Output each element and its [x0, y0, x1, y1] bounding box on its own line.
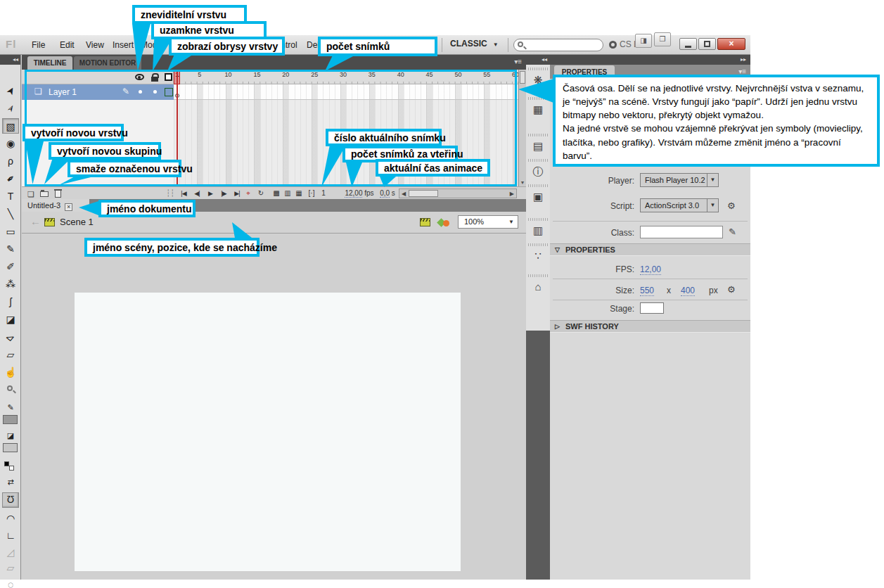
swap-colors-icon[interactable]: ⇄ — [2, 474, 19, 490]
stroke-color-swatch[interactable] — [3, 415, 18, 424]
stage[interactable] — [75, 293, 461, 571]
gripper[interactable] — [528, 134, 548, 136]
scrollbar-thumb[interactable] — [520, 71, 525, 84]
paint-bucket-tool[interactable]: ◪ — [2, 312, 19, 327]
back-icon[interactable]: ← — [30, 215, 41, 227]
wrench-icon[interactable]: ⚙ — [727, 284, 736, 295]
timeline-vertical-scrollbar[interactable]: ▼ — [518, 70, 526, 186]
black-white-icon[interactable] — [9, 466, 14, 471]
fps-value[interactable]: 12,00 — [640, 264, 661, 275]
gripper[interactable]: ┆┆ — [166, 187, 174, 200]
close-document-icon[interactable]: × — [65, 203, 72, 211]
lock-layers-icon[interactable] — [151, 77, 158, 82]
lasso-tool[interactable]: ρ — [2, 153, 19, 169]
snap-to-objects-toggle[interactable]: Ω — [2, 492, 19, 508]
menu-insert[interactable]: Insert — [113, 40, 134, 50]
black-white-icon[interactable] — [4, 461, 9, 466]
center-frame-icon[interactable]: ⌖ — [245, 187, 251, 200]
layer-outline-color-swatch[interactable] — [165, 88, 173, 96]
size-width-value[interactable]: 550 — [640, 286, 654, 296]
section-swf-history[interactable]: ▷ SWF HISTORY — [550, 320, 750, 333]
free-transform-tool[interactable]: ▧ — [2, 118, 19, 134]
eyedropper-tool[interactable]: ⊿ — [0, 326, 22, 348]
section-properties[interactable]: ▽ PROPERTIES — [550, 243, 750, 256]
panel-icon-transform[interactable]: ▣ — [529, 188, 547, 205]
new-layer-button[interactable]: ❏ — [27, 190, 34, 199]
search-input[interactable] — [513, 39, 603, 51]
stage-color-swatch[interactable] — [640, 302, 664, 314]
menu-file[interactable]: File — [32, 40, 45, 50]
fill-color-swatch[interactable] — [3, 443, 18, 452]
play-icon[interactable]: ▶ — [205, 187, 216, 200]
edit-scene-button[interactable] — [420, 218, 430, 226]
scroll-right-icon[interactable]: ▶ — [510, 190, 514, 198]
subselection-tool[interactable]: ➢ — [0, 97, 22, 120]
collapse-to-icons-icon[interactable]: ▸▸ — [550, 55, 750, 65]
3d-rotation-tool[interactable]: ◉ — [2, 136, 19, 151]
class-input[interactable] — [640, 226, 723, 238]
minimize-button[interactable] — [679, 38, 697, 50]
goto-last-icon[interactable]: ▶| — [231, 187, 243, 200]
bone-tool[interactable]: ʃ — [2, 294, 19, 309]
text-tool[interactable]: T — [2, 188, 19, 204]
tab-motion-editor[interactable]: MOTION EDITOR — [74, 56, 141, 70]
loop-icon[interactable]: ↻ — [257, 187, 265, 200]
envelope-option[interactable]: ◌ — [2, 577, 19, 588]
panel-icon-align[interactable]: ▤ — [529, 138, 547, 155]
edit-symbol-button[interactable] — [438, 217, 449, 227]
arrange-documents-button[interactable]: ◨ — [635, 34, 652, 48]
menu-view[interactable]: View — [86, 40, 104, 50]
script-select[interactable]: ActionScript 3.0 ▼ — [640, 198, 719, 212]
player-select[interactable]: Flash Player 10.2 ▼ — [640, 173, 719, 187]
timeline-ruler[interactable]: 151015202530354045505560 — [174, 70, 518, 84]
document-tab[interactable]: Untitled-3× — [22, 199, 89, 212]
pencil-icon[interactable]: ✎ — [729, 226, 736, 237]
step-forward-icon[interactable]: |▶ — [218, 187, 229, 200]
workspace-switcher[interactable]: CLASSIC▼ — [450, 39, 499, 49]
step-back-icon[interactable]: ◀| — [191, 187, 203, 200]
size-height-value[interactable]: 400 — [681, 286, 695, 296]
layer-row[interactable]: ❏ Layer 1 ✎ — [22, 84, 174, 100]
hand-tool[interactable]: ☝ — [2, 364, 19, 380]
elapsed-time-value[interactable]: 0,0 — [380, 189, 390, 198]
line-tool[interactable]: ╲ — [2, 206, 19, 222]
current-frame-value[interactable]: 1 — [320, 187, 327, 200]
menu-edit[interactable]: Edit — [60, 40, 75, 50]
expand-panels-icon[interactable]: ◂◂ — [526, 55, 550, 65]
straighten-option[interactable]: ∟ — [2, 528, 19, 543]
panel-icon-swatches[interactable]: ▦ — [529, 101, 547, 118]
gripper[interactable] — [528, 218, 548, 221]
gripper[interactable] — [528, 184, 548, 187]
onion-skin-icon[interactable]: ▩ — [272, 187, 281, 200]
gripper[interactable] — [528, 159, 548, 162]
frame-rate-value[interactable]: 12,00 — [345, 189, 362, 198]
restore-button[interactable] — [698, 38, 716, 50]
pen-tool[interactable]: ✒ — [0, 167, 22, 190]
layer-frames-row[interactable] — [174, 84, 518, 100]
gripper[interactable] — [528, 243, 548, 246]
new-window-button[interactable]: ❐ — [654, 32, 671, 46]
eraser-tool[interactable]: ▱ — [2, 347, 19, 362]
close-button[interactable]: × — [717, 38, 745, 50]
zoom-level-select[interactable]: 100% ▼ — [458, 215, 518, 229]
layer-name[interactable]: Layer 1 — [49, 87, 77, 97]
panel-icon-library[interactable]: ▥ — [529, 222, 547, 239]
scroll-down-icon[interactable]: ▼ — [519, 180, 526, 185]
smooth-option[interactable]: ◠ — [2, 511, 19, 526]
timeline-horizontal-scrollbar[interactable]: ◀ ▶ — [399, 188, 517, 198]
collapse-panel-icon[interactable]: ◂◂ — [0, 55, 20, 65]
panel-icon-info[interactable]: ⓘ — [529, 163, 547, 180]
goto-first-icon[interactable]: |◀ — [178, 187, 189, 200]
scene-name[interactable]: Scene 1 — [60, 217, 94, 227]
panel-icon-components[interactable]: ∵ — [529, 248, 547, 264]
tab-timeline[interactable]: TIMELINE — [27, 56, 72, 70]
gripper[interactable] — [528, 274, 548, 277]
rectangle-tool[interactable]: ▭ — [2, 224, 19, 239]
edit-multiple-frames-icon[interactable]: ▦ — [295, 187, 303, 200]
pencil-tool[interactable]: ✎ — [2, 241, 19, 257]
gripper[interactable] — [528, 68, 548, 70]
new-folder-button[interactable] — [40, 191, 49, 197]
layer-visible-dot[interactable] — [139, 90, 142, 94]
brush-tool[interactable]: ✐ — [2, 259, 19, 274]
panel-icon-project[interactable]: ⌂ — [529, 279, 547, 295]
